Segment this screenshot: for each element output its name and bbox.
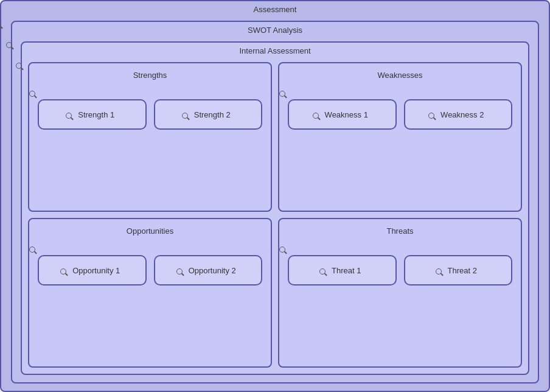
strength-2-label: Strength 2 <box>194 110 231 119</box>
opportunities-items: Opportunity 1 Opportunity 2 <box>35 253 265 288</box>
strength-1-search-icon[interactable] <box>66 113 74 121</box>
swot-title: SWOT Analysis <box>12 22 538 37</box>
swot-search-icon[interactable] <box>6 42 15 51</box>
threat-2-box[interactable]: Threat 2 <box>404 255 513 285</box>
opportunity-1-label: Opportunity 1 <box>72 266 120 275</box>
opportunity-1-box[interactable]: Opportunity 1 <box>38 255 147 285</box>
strengths-search-icon[interactable] <box>29 91 38 99</box>
weaknesses-search-icon[interactable] <box>279 91 288 99</box>
threat-2-search-icon[interactable] <box>436 268 444 277</box>
threat-1-box[interactable]: Threat 1 <box>288 255 397 285</box>
internal-title: Internal Assessment <box>22 43 528 58</box>
strength-2-search-icon[interactable] <box>182 113 190 121</box>
internal-container: Internal Assessment Strengths Strength 1 <box>21 41 529 375</box>
strengths-quadrant: Strengths Strength 1 Strength 2 <box>28 62 272 212</box>
threat-1-label: Threat 1 <box>332 266 361 275</box>
threats-search-icon[interactable] <box>279 247 288 255</box>
outer-container: Assessment SWOT Analysis Internal Assess… <box>0 0 550 392</box>
strength-1-label: Strength 1 <box>78 110 114 119</box>
opportunities-search-icon[interactable] <box>29 247 38 255</box>
weakness-2-search-icon[interactable] <box>428 113 437 121</box>
strength-1-box[interactable]: Strength 1 <box>38 99 147 130</box>
weaknesses-items: Weakness 1 Weakness 2 <box>285 97 515 132</box>
opportunities-title: Opportunities <box>35 226 265 236</box>
threats-quadrant: Threats Threat 1 Threat 2 <box>278 218 522 368</box>
threat-1-search-icon[interactable] <box>319 268 328 277</box>
opportunities-quadrant: Opportunities Opportunity 1 Opportunity … <box>28 218 272 368</box>
weakness-1-search-icon[interactable] <box>313 113 321 121</box>
opportunity-2-search-icon[interactable] <box>176 268 185 277</box>
opportunity-2-box[interactable]: Opportunity 2 <box>154 255 263 285</box>
weaknesses-quadrant: Weaknesses Weakness 1 Weakness 2 <box>278 62 522 212</box>
weakness-2-box[interactable]: Weakness 2 <box>404 99 513 130</box>
strength-2-box[interactable]: Strength 2 <box>154 99 263 130</box>
opportunity-2-label: Opportunity 2 <box>189 266 236 275</box>
quadrants-grid: Strengths Strength 1 Strength 2 <box>28 62 522 368</box>
opportunity-1-search-icon[interactable] <box>60 268 69 277</box>
swot-container: SWOT Analysis Internal Assessment Streng… <box>11 21 539 383</box>
weakness-1-label: Weakness 1 <box>325 110 368 119</box>
threat-2-label: Threat 2 <box>448 266 477 275</box>
weakness-1-box[interactable]: Weakness 1 <box>288 99 397 130</box>
weaknesses-title: Weaknesses <box>285 71 515 80</box>
outer-search-icon[interactable] <box>0 21 4 30</box>
threats-title: Threats <box>285 226 515 236</box>
outer-title: Assessment <box>1 1 549 16</box>
threats-items: Threat 1 Threat 2 <box>285 253 515 288</box>
strengths-title: Strengths <box>35 71 265 80</box>
strengths-items: Strength 1 Strength 2 <box>35 97 265 132</box>
internal-search-icon[interactable] <box>16 63 24 71</box>
weakness-2-label: Weakness 2 <box>440 110 484 119</box>
